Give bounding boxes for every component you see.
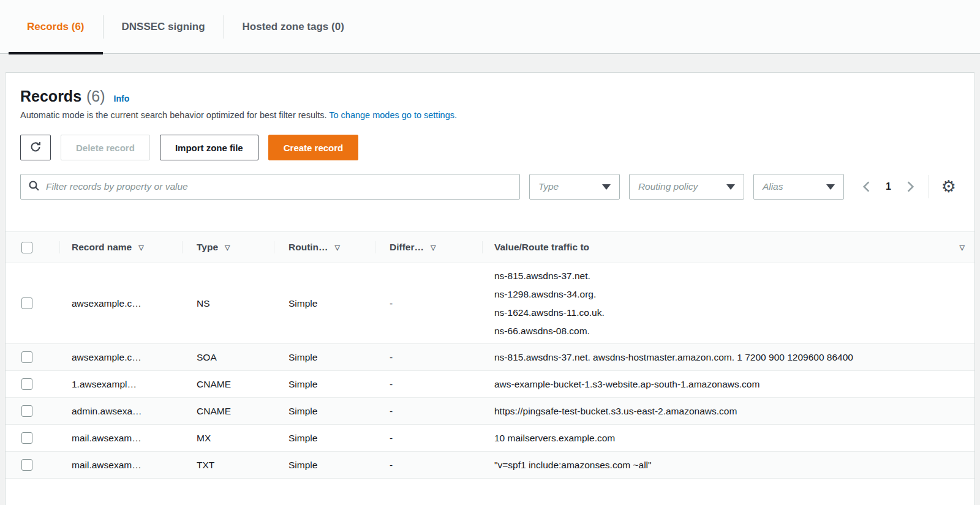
sort-icon: ▽ xyxy=(335,244,340,252)
value-line: ns-1624.awsdns-11.co.uk. xyxy=(494,304,605,322)
value-line: ns-66.awsdns-08.com. xyxy=(494,322,605,340)
tab-hosted-zone-tags[interactable]: Hosted zone tags (0) xyxy=(224,0,363,53)
chevron-down-icon xyxy=(726,184,735,190)
tab-bar: Records (6) DNSSEC signing Hosted zone t… xyxy=(0,0,980,54)
column-label: Routin… xyxy=(288,242,328,253)
sort-icon: ▽ xyxy=(138,244,143,252)
import-zone-file-button[interactable]: Import zone file xyxy=(160,135,258,160)
routing-policy-cell: Simple xyxy=(274,433,375,444)
tab-dnssec-signing[interactable]: DNSSEC signing xyxy=(104,0,224,53)
value-cell: ns-815.awsdns-37.net. awsdns-hostmaster.… xyxy=(482,352,974,363)
table-header-row: Record name ▽ Type ▽ Routin… ▽ Differ… ▽… xyxy=(6,231,974,263)
table-row: mail.awsexam… MX Simple - 10 mailservers… xyxy=(6,425,974,452)
filter-records-input[interactable] xyxy=(46,181,512,192)
column-label: Differ… xyxy=(390,242,424,253)
routing-policy-filter-dropdown[interactable]: Routing policy xyxy=(629,174,744,200)
table-row: awsexample.c… SOA Simple - ns-815.awsdns… xyxy=(6,344,974,371)
create-record-button[interactable]: Create record xyxy=(268,135,359,160)
row-checkbox[interactable] xyxy=(21,405,32,417)
search-box xyxy=(20,174,520,200)
record-name-cell: admin.awsexa… xyxy=(59,406,182,417)
column-label: Value/Route traffic to xyxy=(494,242,589,253)
refresh-icon xyxy=(29,141,42,155)
row-checkbox[interactable] xyxy=(21,378,32,390)
refresh-button[interactable] xyxy=(20,135,51,160)
column-header-record-name[interactable]: Record name ▽ xyxy=(59,232,182,263)
differentiator-cell: - xyxy=(375,460,482,471)
tab-records[interactable]: Records (6) xyxy=(9,0,103,53)
table-row: mail.awsexam… TXT Simple - "v=spf1 inclu… xyxy=(6,452,974,479)
records-table: Record name ▽ Type ▽ Routin… ▽ Differ… ▽… xyxy=(6,231,974,479)
value-text: ns-815.awsdns-37.net. awsdns-hostmaster.… xyxy=(494,352,853,363)
value-cell: 10 mailservers.example.com xyxy=(482,433,974,444)
change-modes-settings-link[interactable]: To change modes go to settings. xyxy=(329,110,457,120)
next-page-icon[interactable] xyxy=(906,181,915,192)
panel-header: Records (6) Info Automatic mode is the c… xyxy=(6,73,974,120)
sort-icon: ▽ xyxy=(960,244,965,252)
type-filter-dropdown[interactable]: Type xyxy=(529,174,620,200)
differentiator-cell: - xyxy=(375,298,482,309)
record-type-cell: CNAME xyxy=(182,379,274,390)
value-text: aws-example-bucket-1.s3-website.ap-south… xyxy=(494,379,760,390)
row-checkbox[interactable] xyxy=(21,459,32,471)
record-name-cell: awsexample.c… xyxy=(59,352,182,363)
row-checkbox[interactable] xyxy=(21,297,32,309)
gear-icon[interactable]: ⚙ xyxy=(941,179,956,195)
differentiator-cell: - xyxy=(375,352,482,363)
search-mode-description: Automatic mode is the current search beh… xyxy=(20,110,961,120)
previous-page-icon[interactable] xyxy=(862,181,871,192)
routing-policy-filter-label: Routing policy xyxy=(638,181,698,192)
row-checkbox[interactable] xyxy=(21,351,32,363)
page-title: Records xyxy=(20,88,81,105)
differentiator-cell: - xyxy=(375,379,482,390)
column-header-type[interactable]: Type ▽ xyxy=(182,232,274,263)
value-cell: ns-815.awsdns-37.net. ns-1298.awsdns-34.… xyxy=(482,267,974,340)
alias-filter-dropdown[interactable]: Alias xyxy=(753,174,844,200)
column-header-routing-policy[interactable]: Routin… ▽ xyxy=(274,232,375,263)
page-number[interactable]: 1 xyxy=(886,181,891,192)
record-name-cell: 1.awsexampl… xyxy=(59,379,182,390)
table-body: awsexample.c… NS Simple - ns-815.awsdns-… xyxy=(6,263,974,479)
routing-policy-cell: Simple xyxy=(274,406,375,417)
value-line: ns-1298.awsdns-34.org. xyxy=(494,285,605,304)
info-link[interactable]: Info xyxy=(114,94,130,103)
record-name-cell: mail.awsexam… xyxy=(59,460,182,471)
record-type-cell: NS xyxy=(182,298,274,309)
routing-policy-cell: Simple xyxy=(274,352,375,363)
sort-icon: ▽ xyxy=(431,244,435,252)
pagination: 1 xyxy=(862,181,915,192)
record-type-cell: TXT xyxy=(182,460,274,471)
table-row: awsexample.c… NS Simple - ns-815.awsdns-… xyxy=(6,263,974,344)
value-line: ns-815.awsdns-37.net. xyxy=(494,267,605,285)
value-text: "v=spf1 include:amazonses.com ~all" xyxy=(494,460,652,471)
record-type-cell: SOA xyxy=(182,352,274,363)
row-checkbox[interactable] xyxy=(21,432,32,444)
record-name-cell: mail.awsexam… xyxy=(59,433,182,444)
column-header-differentiator[interactable]: Differ… ▽ xyxy=(375,232,482,263)
record-name-cell: awsexample.c… xyxy=(59,298,182,309)
record-type-cell: CNAME xyxy=(182,406,274,417)
routing-policy-cell: Simple xyxy=(274,379,375,390)
type-filter-label: Type xyxy=(538,181,559,192)
sort-icon: ▽ xyxy=(225,244,230,252)
search-icon xyxy=(28,180,40,194)
table-row: admin.awsexa… CNAME Simple - https://pin… xyxy=(6,398,974,425)
chevron-down-icon xyxy=(826,184,835,190)
value-cell: "v=spf1 include:amazonses.com ~all" xyxy=(482,460,974,471)
column-header-value[interactable]: Value/Route traffic to ▽ xyxy=(482,232,974,263)
records-count: (6) xyxy=(86,88,105,105)
select-all-checkbox[interactable] xyxy=(21,242,32,253)
records-panel: Records (6) Info Automatic mode is the c… xyxy=(5,72,975,505)
delete-record-button[interactable]: Delete record xyxy=(61,135,150,160)
differentiator-cell: - xyxy=(375,433,482,444)
value-cell: aws-example-bucket-1.s3-website.ap-south… xyxy=(482,379,974,390)
alias-filter-label: Alias xyxy=(763,181,783,192)
value-text: 10 mailservers.example.com xyxy=(494,433,615,444)
record-type-cell: MX xyxy=(182,433,274,444)
column-label: Record name xyxy=(72,242,132,253)
table-row: 1.awsexampl… CNAME Simple - aws-example-… xyxy=(6,371,974,398)
differentiator-cell: - xyxy=(375,406,482,417)
routing-policy-cell: Simple xyxy=(274,460,375,471)
chevron-down-icon xyxy=(602,184,611,190)
description-text: Automatic mode is the current search beh… xyxy=(20,110,329,120)
